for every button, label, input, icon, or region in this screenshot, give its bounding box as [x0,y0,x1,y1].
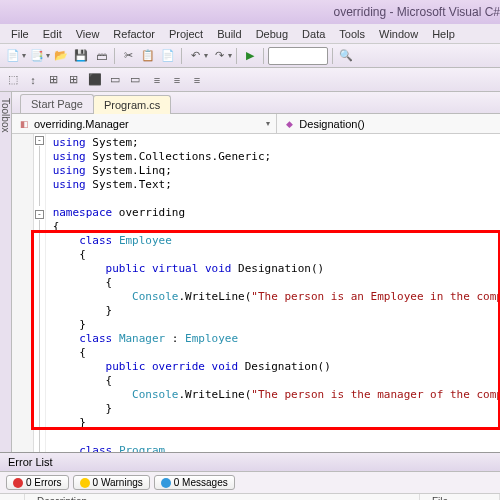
gutter [12,134,34,452]
class-icon: ◧ [18,118,30,130]
menu-edit[interactable]: Edit [36,26,69,42]
tb2-icon[interactable]: ≡ [168,71,186,89]
tab-start-page[interactable]: Start Page [20,94,94,113]
code-nav-bar: ◧ overriding.Manager ▾ ◆ Designation() ▾ [12,114,500,134]
tb2-icon[interactable]: ⊞ [64,71,82,89]
title-bar: overriding - Microsoft Visual C# [0,0,500,24]
errors-filter[interactable]: 0 Errors [6,475,69,490]
tb2-icon[interactable]: ⊞ [44,71,62,89]
document-tabs: Start Page Program.cs [12,92,500,114]
warnings-filter[interactable]: 0 Warnings [73,475,150,490]
cut-icon[interactable]: ✂ [119,47,137,65]
member-combo-text: Designation() [299,118,364,130]
undo-icon[interactable]: ↶ [186,47,204,65]
toolbar-secondary: ⬚ ↕ ⊞ ⊞ ⬛ ▭ ▭ ≡ ≡ ≡ [0,68,500,92]
paste-icon[interactable]: 📄 [159,47,177,65]
menu-bar: File Edit View Refactor Project Build De… [0,24,500,44]
save-icon[interactable]: 💾 [72,47,90,65]
menu-help[interactable]: Help [425,26,462,42]
error-list-panel: Error List 0 Errors 0 Warnings 0 Message… [0,452,500,500]
menu-tools[interactable]: Tools [332,26,372,42]
tb2-icon[interactable]: ▭ [106,71,124,89]
tb2-icon[interactable]: ▭ [126,71,144,89]
tb2-icon[interactable]: ↕ [24,71,42,89]
error-list-header: Description File [0,494,500,500]
outline-margin[interactable]: - - [34,134,46,452]
fold-icon[interactable]: - [35,136,44,145]
open-icon[interactable]: 📂 [52,47,70,65]
class-combo[interactable]: ◧ overriding.Manager ▾ [12,114,277,133]
add-item-icon[interactable]: 📑 [28,47,46,65]
menu-refactor[interactable]: Refactor [106,26,162,42]
tb2-icon[interactable]: ⬚ [4,71,22,89]
error-icon [13,478,23,488]
find-icon[interactable]: 🔍 [337,47,355,65]
col-description[interactable]: Description [25,494,420,500]
save-all-icon[interactable]: 🗃 [92,47,110,65]
menu-view[interactable]: View [69,26,107,42]
menu-file[interactable]: File [4,26,36,42]
menu-project[interactable]: Project [162,26,210,42]
error-list-title: Error List [0,453,500,472]
messages-filter[interactable]: 0 Messages [154,475,235,490]
menu-build[interactable]: Build [210,26,248,42]
tab-program-cs[interactable]: Program.cs [93,95,171,114]
menu-data[interactable]: Data [295,26,332,42]
tb2-icon[interactable]: ≡ [188,71,206,89]
start-debug-icon[interactable]: ▶ [241,47,259,65]
info-icon [161,478,171,488]
window-title: overriding - Microsoft Visual C# [333,5,500,19]
code-text[interactable]: using System; using System.Collections.G… [46,134,500,452]
config-combo[interactable] [268,47,328,65]
warning-icon [80,478,90,488]
member-combo[interactable]: ◆ Designation() ▾ [277,114,500,133]
method-icon: ◆ [283,118,295,130]
menu-window[interactable]: Window [372,26,425,42]
toolbox-tab[interactable]: Toolbox [0,92,12,452]
col-file[interactable]: File [420,494,500,500]
class-combo-text: overriding.Manager [34,118,129,130]
new-project-icon[interactable]: 📄 [4,47,22,65]
copy-icon[interactable]: 📋 [139,47,157,65]
menu-debug[interactable]: Debug [249,26,295,42]
toolbar-main: 📄▾ 📑▾ 📂 💾 🗃 ✂ 📋 📄 ↶▾ ↷▾ ▶ 🔍 [0,44,500,68]
tb2-icon[interactable]: ⬛ [86,71,104,89]
tb2-icon[interactable]: ≡ [148,71,166,89]
redo-icon[interactable]: ↷ [210,47,228,65]
fold-icon[interactable]: - [35,210,44,219]
code-editor[interactable]: - - using System; using System.Collectio… [12,134,500,452]
